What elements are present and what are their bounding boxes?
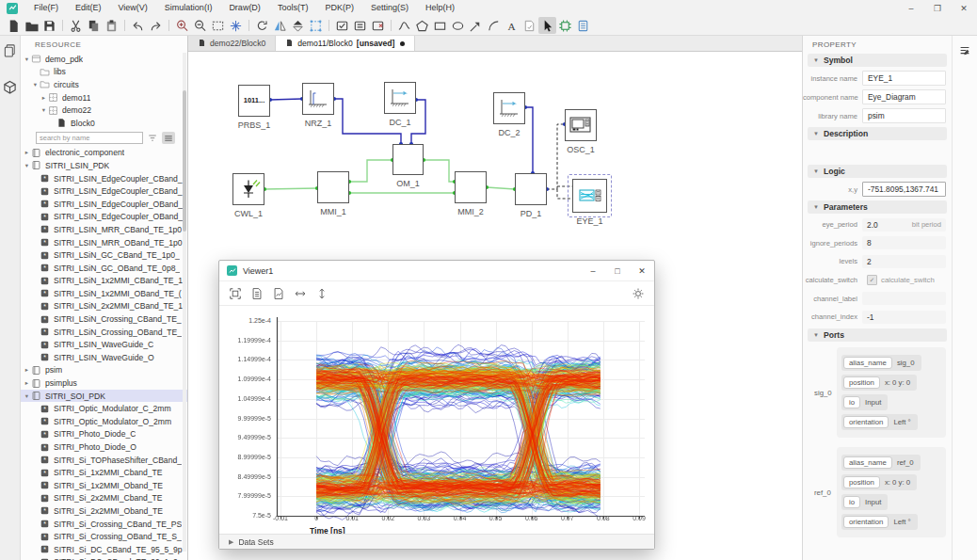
filter-icon[interactable] bbox=[146, 132, 159, 144]
export-page-icon[interactable] bbox=[271, 286, 286, 301]
levels-value[interactable]: 2 bbox=[862, 255, 946, 268]
chevron-right-icon[interactable]: ▸ bbox=[23, 379, 31, 387]
select-points-icon[interactable] bbox=[307, 17, 325, 34]
port-io[interactable]: ioInput bbox=[841, 394, 888, 410]
tree-item[interactable]: ▾circuits bbox=[21, 78, 187, 91]
tree-item[interactable]: *SITRI_Si_2x2MMI_Oband_TE bbox=[21, 504, 187, 518]
library-name-input[interactable]: psim bbox=[862, 108, 946, 123]
optical-wire[interactable] bbox=[264, 188, 317, 189]
port-alias_name[interactable]: alias_nameref_0 bbox=[841, 455, 921, 471]
calculate_switch-value[interactable]: ✓calculate_switch bbox=[862, 274, 946, 287]
menu-item[interactable]: Edit(E) bbox=[67, 0, 110, 16]
xy-input[interactable]: -751.8095,1367.741 bbox=[862, 182, 946, 197]
component-name-input[interactable]: Eye_Diagram bbox=[862, 89, 946, 104]
viewer-title-bar[interactable]: Viewer1 – □ ✕ bbox=[219, 261, 654, 281]
port-alias_name[interactable]: alias_namesig_0 bbox=[841, 355, 921, 371]
zoom-window-icon[interactable] bbox=[209, 17, 227, 34]
tree-item[interactable]: *SITRI_LSiN_GC_CBand_TE_1p0_ bbox=[21, 248, 187, 262]
chevron-down-icon[interactable]: ▾ bbox=[40, 106, 48, 114]
pages-icon[interactable] bbox=[3, 43, 17, 61]
chevron-right-icon[interactable]: ▸ bbox=[23, 366, 31, 374]
section-header-logic[interactable]: ▼Logic bbox=[808, 165, 947, 178]
menu-item[interactable]: Setting(S) bbox=[362, 0, 417, 16]
optical-wire[interactable] bbox=[487, 187, 515, 189]
chevron-down-icon[interactable]: ▾ bbox=[23, 162, 31, 169]
wire-icon[interactable] bbox=[395, 17, 413, 34]
menu-item[interactable]: View(V) bbox=[110, 0, 156, 16]
export-list-icon[interactable] bbox=[249, 286, 264, 301]
port-io[interactable]: ioInput bbox=[841, 494, 888, 510]
component-MMI_2[interactable] bbox=[455, 171, 487, 203]
chevron-right-icon[interactable]: ▸ bbox=[40, 94, 48, 102]
tree-item[interactable]: *SITRI_Optic_Modulator_C_2mm bbox=[21, 402, 187, 415]
tree-item[interactable]: ▾SITRI_LSIN_PDK bbox=[21, 159, 187, 172]
probe-wire[interactable] bbox=[557, 124, 565, 189]
list-menu-icon[interactable] bbox=[162, 132, 175, 144]
port-orientation[interactable]: orientationLeft ° bbox=[841, 414, 918, 430]
ignore_periods-value[interactable]: 8 bbox=[862, 236, 946, 249]
zoom-in-icon[interactable] bbox=[173, 17, 191, 34]
chip-optical-icon[interactable] bbox=[574, 17, 592, 34]
resource-scrollbar[interactable] bbox=[183, 53, 186, 552]
maximize-icon[interactable]: ❐ bbox=[924, 1, 951, 16]
tree-item[interactable]: *SITRI_Si_TOPhaseShifter_CBand_ bbox=[21, 454, 187, 467]
panel-toggle-icon[interactable] bbox=[957, 43, 972, 58]
menu-item[interactable]: Draw(D) bbox=[220, 0, 269, 16]
tree-item[interactable]: *SITRI_LSIN_EdgeCoupler_CBand_ bbox=[21, 184, 187, 198]
ellipse-icon[interactable] bbox=[449, 17, 467, 34]
pin-assign-icon[interactable] bbox=[333, 17, 351, 34]
tree-item[interactable]: *SITRI_Si_2x2MMI_Cband_TE bbox=[21, 492, 187, 505]
arc-icon[interactable] bbox=[485, 17, 503, 34]
rectangle-icon[interactable] bbox=[431, 17, 449, 34]
tree-item[interactable]: ▸electronic_component bbox=[21, 147, 187, 160]
swap-horizontal-icon[interactable] bbox=[293, 286, 308, 301]
tree-item[interactable]: *SITRI_LSIN_EdgeCoupler_OBand_ bbox=[21, 211, 187, 224]
gear-icon[interactable] bbox=[631, 286, 646, 301]
component-CWL_1[interactable] bbox=[232, 173, 264, 205]
flip-horizontal-icon[interactable] bbox=[271, 17, 289, 34]
instance-name-input[interactable]: EYE_1 bbox=[862, 71, 946, 86]
tree-item[interactable]: ▸demo11 bbox=[21, 91, 187, 104]
tree-item[interactable]: *SITRI_Si_Crossing_OBand_TE_S_ bbox=[21, 530, 187, 543]
cut-icon[interactable] bbox=[67, 17, 85, 34]
tree-item[interactable]: *SITRI_Si_DC_CBand_TE_95_5_9p bbox=[21, 543, 187, 556]
tree-item[interactable]: Block0 bbox=[21, 117, 187, 130]
tree-item[interactable]: *SITRI_Si_Crossing_CBand_TE_PS bbox=[21, 518, 187, 531]
zoom-out-icon[interactable] bbox=[191, 17, 209, 34]
tree-item[interactable]: ▾demo22 bbox=[21, 104, 187, 117]
electrical-wire[interactable] bbox=[525, 107, 533, 173]
section-header-description[interactable]: ▼Description bbox=[808, 127, 947, 140]
tree-item[interactable]: *SITRI_Photo_Diode_O bbox=[21, 440, 187, 454]
tree-item[interactable]: ▾SITRI_SOI_PDK bbox=[21, 390, 187, 403]
channel_label-value[interactable] bbox=[862, 292, 946, 305]
tree-item[interactable]: *SITRI_Si_1x2MMI_Oband_TE bbox=[21, 479, 187, 492]
page-label-icon[interactable] bbox=[521, 17, 538, 34]
section-header-symbol[interactable]: ▼Symbol bbox=[808, 54, 947, 67]
pin-arrow-icon[interactable] bbox=[467, 17, 485, 34]
new-file-icon[interactable] bbox=[5, 17, 23, 34]
chevron-down-icon[interactable]: ▾ bbox=[23, 56, 31, 63]
viewer-maximize-icon[interactable]: □ bbox=[605, 262, 630, 280]
tree-item[interactable]: ▸psimplus bbox=[21, 376, 187, 390]
redo-icon[interactable] bbox=[147, 17, 165, 34]
save-icon[interactable] bbox=[40, 17, 58, 34]
electrical-wire[interactable] bbox=[270, 99, 302, 100]
port-position[interactable]: positionx: 0 y: 0 bbox=[841, 474, 917, 490]
zoom-fit-icon[interactable] bbox=[227, 17, 245, 34]
copy-icon[interactable] bbox=[85, 17, 103, 34]
chevron-right-icon[interactable]: ▸ bbox=[23, 149, 31, 156]
datasets-section[interactable]: ▶ Data Sets bbox=[219, 534, 654, 549]
polygon-icon[interactable] bbox=[413, 17, 431, 34]
tree-item[interactable]: *SITRI_LSIN_EdgeCoupler_CBand_ bbox=[21, 172, 187, 185]
component-EYE_1[interactable] bbox=[572, 179, 607, 213]
component-DC_1[interactable] bbox=[384, 82, 416, 114]
tree-item[interactable]: *SITRI_LSiN_2x2MMI_CBand_TE_1 bbox=[21, 300, 187, 313]
menu-item[interactable]: Tools(T) bbox=[269, 0, 317, 16]
eye_period-value[interactable]: 2.0bit period bbox=[862, 218, 946, 232]
menu-item[interactable]: Simulation(I) bbox=[156, 0, 221, 16]
flip-vertical-icon[interactable] bbox=[289, 17, 307, 34]
component-PRBS_1[interactable]: 1011... bbox=[238, 85, 270, 117]
pin-table-icon[interactable] bbox=[351, 17, 369, 34]
component-OM_1[interactable] bbox=[392, 144, 424, 175]
tree-item[interactable]: ▾demo_pdk bbox=[21, 53, 187, 66]
